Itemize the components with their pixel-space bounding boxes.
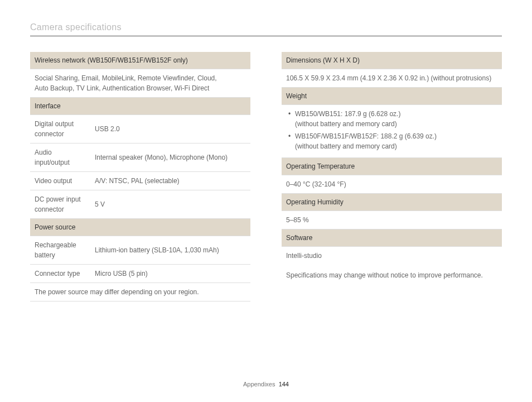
spec-table-left: Wireless network (WB150F/WB151F/WB152F o… (30, 52, 250, 302)
list-item: WB150/WB151: 187.9 g (6.628 oz.) (withou… (288, 109, 497, 129)
row-value: Lithium-ion battery (SLB-10A, 1,030 mAh) (90, 236, 250, 265)
row-value: A/V: NTSC, PAL (selectable) (90, 172, 250, 190)
section-header-power: Power source (30, 219, 250, 236)
weight-item-1a: WB150/WB151: 187.9 g (6.628 oz.) (295, 110, 400, 118)
section-header-temp: Operating Temperature (282, 158, 502, 175)
row-label: Rechargeable battery (30, 236, 90, 265)
footer-section: Appendixes (243, 381, 275, 387)
page-title: Camera specifications (30, 22, 502, 36)
row-value: 5 V (90, 190, 250, 219)
wireless-line-1: Social Sharing, Email, MobileLink, Remot… (35, 74, 217, 82)
section-header-humidity: Operating Humidity (282, 194, 502, 211)
section-header-wireless: Wireless network (WB150F/WB151F/WB152F o… (30, 52, 250, 69)
row-label: Connector type (30, 265, 90, 283)
table-row: Video output A/V: NTSC, PAL (selectable) (30, 172, 250, 190)
content-columns: Wireless network (WB150F/WB151F/WB152F o… (30, 52, 502, 302)
table-row: Rechargeable battery Lithium-ion battery… (30, 236, 250, 265)
table-row: Audio input/output Internal speaker (Mon… (30, 143, 250, 172)
section-header-interface: Interface (30, 98, 250, 115)
section-header-weight: Weight (282, 88, 502, 105)
row-label: DC power input connector (30, 190, 90, 219)
table-row: Connector type Micro USB (5 pin) (30, 265, 250, 283)
spec-footnote: Specifications may change without notice… (282, 271, 502, 279)
table-row: Digital output connector USB 2.0 (30, 115, 250, 143)
table-row: The power source may differ depending on… (30, 283, 250, 302)
weight-list: WB150/WB151: 187.9 g (6.628 oz.) (withou… (286, 109, 497, 151)
footer-page-number: 144 (279, 381, 289, 387)
weight-item-2b: (without battery and memory card) (295, 141, 497, 151)
row-value: USB 2.0 (90, 115, 250, 143)
table-row: DC power input connector 5 V (30, 190, 250, 219)
section-header-software: Software (282, 229, 502, 247)
left-column: Wireless network (WB150F/WB151F/WB152F o… (30, 52, 250, 302)
software-value: Intelli-studio (282, 247, 502, 265)
weight-item-2a: WB150F/WB151F/WB152F: 188.2 g (6.639 oz.… (295, 132, 437, 140)
row-value: Internal speaker (Mono), Microphone (Mon… (90, 143, 250, 172)
row-label: Audio input/output (30, 143, 90, 172)
dimensions-value: 106.5 X 59.9 X 23.4 mm (4.19 X 2.36 X 0.… (282, 69, 502, 88)
wireless-line-2: Auto Backup, TV Link, Authentication Bro… (35, 84, 209, 92)
right-column: Dimensions (W X H X D) 106.5 X 59.9 X 23… (282, 52, 502, 302)
temp-value: 0–40 °C (32-104 °F) (282, 175, 502, 194)
section-header-dimensions: Dimensions (W X H X D) (282, 52, 502, 69)
row-value: Micro USB (5 pin) (90, 265, 250, 283)
page-footer: Appendixes 144 (0, 381, 532, 387)
list-item: WB150F/WB151F/WB152F: 188.2 g (6.639 oz.… (288, 131, 497, 151)
wireless-body: Social Sharing, Email, MobileLink, Remot… (30, 69, 250, 98)
spec-table-right: Dimensions (W X H X D) 106.5 X 59.9 X 23… (282, 52, 502, 265)
humidity-value: 5–85 % (282, 211, 502, 229)
row-label: Video output (30, 172, 90, 190)
document-page: Camera specifications Wireless network (… (0, 0, 532, 402)
weight-value: WB150/WB151: 187.9 g (6.628 oz.) (withou… (282, 105, 502, 158)
weight-item-1b: (without battery and memory card) (295, 119, 497, 129)
row-label: Digital output connector (30, 115, 90, 143)
power-note: The power source may differ depending on… (30, 283, 250, 302)
